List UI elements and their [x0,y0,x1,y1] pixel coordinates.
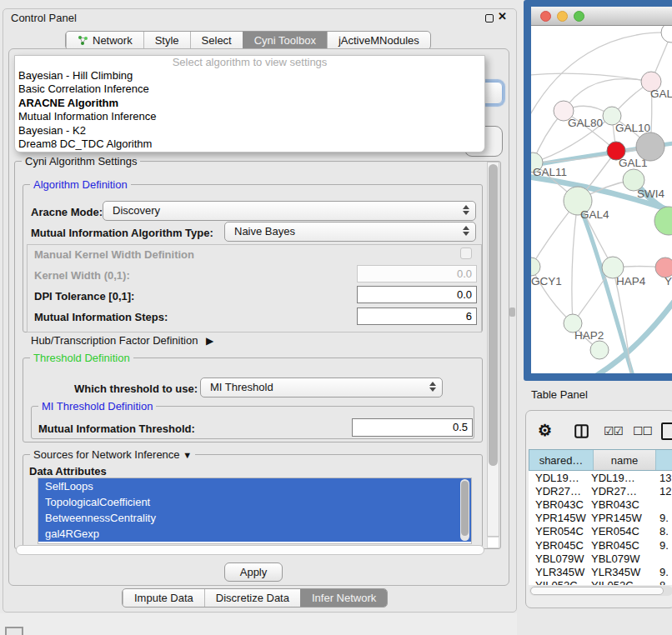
list-scrollbar[interactable] [460,479,469,541]
network-edge[interactable] [572,201,578,323]
scrollbar-corner [487,537,499,548]
dock-icon[interactable] [5,627,23,635]
settings-horizontal-scrollbar[interactable] [16,545,484,555]
sources-group-title[interactable]: Sources for Network Inference ▼ [30,448,195,461]
combo-stepper-icon [429,382,436,392]
tab-label: Discretize Data [216,592,289,604]
apply-button[interactable]: Apply [224,562,283,582]
bottom-strip [0,613,517,635]
table-row[interactable]: YDR27… YDR27… 12 [529,484,672,498]
settings-vertical-scrollbar[interactable] [487,162,499,537]
which-threshold-combo[interactable]: MI Threshold [200,378,443,398]
node-label: GAL [650,88,672,100]
mi-threshold-label: Mutual Information Threshold: [38,422,195,435]
manual-kernel-checkbox [460,248,472,259]
close-icon[interactable]: ✕ [498,10,507,22]
document-icon[interactable] [661,422,672,440]
gear-icon[interactable]: ⚙ [538,421,552,440]
table-rows: YDL19… YDL19… 13 YDR27… YDR27… 12 YBR043… [529,471,672,585]
column-header[interactable]: name [594,450,656,470]
algorithm-item[interactable]: ARACNE Algorithm [15,97,484,110]
column-header[interactable]: shared… [529,450,594,470]
network-node[interactable] [654,207,672,235]
unchecked-checkboxes-icon[interactable]: ☐☐ [633,424,652,438]
table-row[interactable]: YDL19… YDL19… 13 [529,471,672,484]
data-attributes-list[interactable]: SelfLoopsTopologicalCoefficientBetweenne… [38,478,472,544]
tab[interactable]: Cyni Toolbox [243,32,327,49]
column-header[interactable] [656,450,672,470]
table-row[interactable]: YLR345W YLR345W 9. [529,565,672,578]
cell-name: YBR043C [591,498,659,511]
checked-checkboxes-icon[interactable]: ☑☑ [604,424,623,438]
network-edge[interactable] [531,73,651,82]
network-node[interactable] [661,26,672,42]
cell-value: 9. [659,512,669,524]
cell-value: 8. [659,525,669,538]
network-node[interactable] [590,341,609,359]
table-row[interactable]: YER054C YER054C 8. [529,525,672,538]
window-zoom-button[interactable] [574,11,584,22]
mi-type-combo[interactable]: Naive Bayes [224,222,476,242]
tab[interactable]: jActiveMNodules [327,32,430,49]
cell-value: 9. [659,566,669,578]
algorithm-list: Bayesian - Hill ClimbingBasic Correlatio… [15,69,484,151]
list-item[interactable]: TopologicalCoefficient [38,494,471,510]
algorithm-item[interactable]: Dream8 DC_TDC Algorithm [15,138,484,151]
list-item[interactable]: gal4RGexp [38,526,471,542]
aracne-mode-combo[interactable]: Discovery [103,201,476,221]
algorithm-definition-title: Algorithm Definition [30,178,131,191]
list-item[interactable]: BetweennessCentrality [38,510,471,526]
table-row[interactable]: YPR145W YPR145W 9. [529,512,672,525]
network-view-window: GALGAL80GAL10GAL1GAL11SWI4GAL4GCY1HAP4YH… [524,0,672,381]
cell-shared-name: YBL079W [535,552,591,565]
cell-shared-name: YBR045C [535,539,591,552]
hub-section-toggle[interactable]: Hub/Transcription Factor Definition ▶ [31,334,213,347]
algorithm-item[interactable]: Mutual Information Inference [15,110,484,123]
tab[interactable]: Select [190,32,243,49]
window-minimize-button[interactable] [557,11,568,22]
splitter-handle[interactable] [509,308,515,317]
table-horizontal-scrollbar[interactable] [529,586,672,596]
algorithm-item[interactable]: Bayesian - K2 [15,124,484,138]
network-window-titlebar[interactable] [531,7,672,26]
control-panel-title: Control Panel [11,12,77,24]
table-row[interactable]: YBR045C YBR045C 9. [529,538,672,552]
mi-steps-field[interactable]: 6 [357,308,477,325]
table-row[interactable]: YBR043C YBR043C [529,498,672,511]
threshold-definition-title: Threshold Definition [30,352,133,364]
float-icon[interactable] [485,14,494,22]
bottom-tabs: Impute Data Discretize Data Infer Networ… [122,588,388,608]
table-row[interactable]: YBL079W YBL079W [529,552,672,565]
cell-name: YDR27… [591,485,659,498]
list-item[interactable]: SelfLoops [38,478,471,494]
network-edge[interactable] [564,79,651,111]
cell-name: YPR145W [591,512,659,524]
tab[interactable]: Discretize Data [204,589,300,607]
node-label: HAP4 [616,275,646,288]
aracne-mode-value: Discovery [113,204,160,217]
tab[interactable]: Network [66,32,143,49]
tab[interactable]: Style [143,32,190,49]
dpi-tolerance-field[interactable]: 0.0 [357,286,477,303]
window-close-button[interactable] [540,11,551,22]
network-canvas[interactable]: GALGAL80GAL10GAL1GAL11SWI4GAL4GCY1HAP4YH… [531,26,672,373]
node-label: GAL10 [615,122,650,134]
cell-value: 12 [659,485,671,498]
table-panel-title: Table Panel [531,388,588,401]
control-panel-tabs: Network Style Select [65,31,431,50]
tab[interactable]: Impute Data [123,589,204,607]
columns-icon[interactable] [574,424,589,442]
tab[interactable]: Infer Network [300,589,387,607]
mi-threshold-field[interactable]: 0.5 [352,418,473,437]
tab-label: Select [202,34,232,47]
network-node[interactable] [531,258,540,276]
algorithm-item[interactable]: Basic Correlation Inference [15,82,484,96]
cell-name: YBR045C [591,539,659,552]
dropdown-placeholder: Select algorithm to view settings [15,56,484,69]
algorithm-item[interactable]: Bayesian - Hill Climbing [15,69,484,82]
network-node[interactable] [636,132,664,161]
cell-name: YLR345W [591,566,659,578]
node-label: Y [664,275,672,288]
table-row[interactable]: YIL052C YIL052C 8 [529,579,672,586]
kernel-width-field: 0.0 [357,265,477,282]
